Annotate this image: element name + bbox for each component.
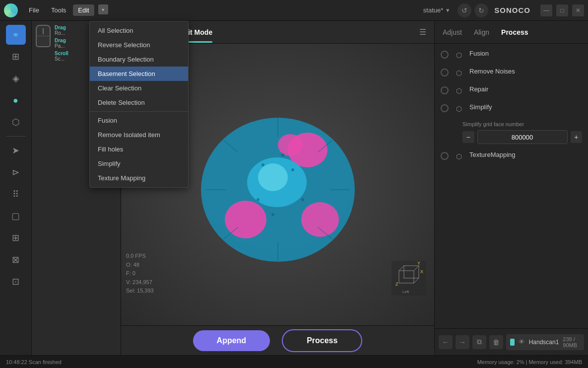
svg-point-6	[258, 163, 288, 191]
sidebar-icon-camera[interactable]: ⊡	[6, 272, 26, 292]
window-controls: — □ ✕	[540, 4, 584, 16]
sidebar-icon-shape[interactable]: ⬡	[6, 112, 26, 132]
brand-label: SONOCO	[494, 6, 530, 14]
repair-radio[interactable]	[441, 86, 449, 94]
layer-copy-btn[interactable]: ⧉	[472, 335, 486, 349]
repair-icon: ⬡	[454, 85, 464, 96]
sidebar-icon-pin[interactable]: ⊳	[6, 162, 26, 182]
menu-reverse-selection[interactable]: Reverse Selection	[90, 38, 188, 52]
3d-object	[194, 100, 362, 269]
layer-item[interactable]: 👁 Handscan1 239 / 90MB	[506, 334, 584, 350]
menu-fill-holes[interactable]: Fill holes	[90, 142, 188, 156]
process-repair: ⬡ Repair	[441, 85, 582, 96]
coordinate-gizmo: Y X Z Left	[392, 261, 426, 295]
maximize-btn[interactable]: □	[556, 4, 568, 16]
menu-tools[interactable]: Tools	[46, 4, 71, 16]
objects-stat: O: 48	[126, 261, 154, 270]
tab-settings-icon[interactable]: ☰	[419, 27, 426, 37]
tab-align[interactable]: Align	[474, 22, 489, 42]
tab-process[interactable]: Process	[501, 22, 528, 42]
menu-edit[interactable]: Edit	[73, 4, 94, 16]
simplify-label: Simplify	[469, 103, 582, 111]
status-right: Memory usage: 2% | Memory used: 394MB	[477, 359, 582, 365]
minimize-btn[interactable]: —	[540, 4, 552, 16]
app-logo	[4, 3, 18, 17]
sidebar-icon-link[interactable]: ⚭	[6, 25, 26, 45]
fusion-radio[interactable]	[441, 51, 449, 59]
layer-name-label: Handscan1	[529, 339, 559, 346]
right-panel: Adjust Align Process ⬡ Fusion ⬡ Remove N…	[434, 21, 588, 355]
status-left: 10:48:22 Scan finished	[6, 359, 62, 365]
sidebar-icon-dots[interactable]: ⠿	[6, 184, 26, 204]
menu-simplify[interactable]: Simplify	[90, 156, 188, 171]
simplify-controls: − +	[462, 130, 582, 144]
layer-forward-btn[interactable]: →	[456, 335, 469, 349]
simplify-plus-btn[interactable]: +	[571, 131, 583, 143]
layer-back-btn[interactable]: ←	[439, 335, 453, 349]
statusbar: 10:48:22 Scan finished Memory usage: 2% …	[0, 355, 588, 368]
simplify-value-input[interactable]	[477, 130, 568, 144]
process-remove-noises: ⬡ Remove Noises	[441, 68, 582, 78]
sidebar-divider	[6, 136, 26, 137]
tab-adjust[interactable]: Adjust	[443, 22, 462, 42]
close-btn[interactable]: ✕	[572, 4, 584, 16]
svg-text:X: X	[420, 269, 423, 274]
menu-texture-mapping[interactable]: Texture Mapping	[90, 171, 188, 185]
menu-file[interactable]: File	[24, 4, 44, 16]
left-sidebar: ⚭ ⊞ ◈ ● ⬡ ➤ ⊳ ⠿ ▢ ⊞ ⊠ ⊡	[0, 21, 32, 355]
right-tabs: Adjust Align Process	[435, 21, 588, 44]
remove-noises-radio[interactable]	[441, 69, 449, 76]
selected-stat: Sel: 15,393	[126, 287, 154, 295]
texture-mapping-icon: ⬡	[454, 151, 464, 162]
repair-label: Repair	[469, 85, 488, 93]
menu-extra[interactable]: ▾	[98, 4, 108, 14]
svg-point-9	[257, 198, 260, 201]
titlebar-menu: File Tools Edit ▾	[24, 4, 108, 16]
layer-trash-btn[interactable]: 🗑	[489, 335, 503, 349]
layer-eye-icon[interactable]: 👁	[519, 338, 525, 346]
svg-point-2	[278, 134, 303, 156]
svg-point-12	[281, 153, 284, 156]
layer-panel: ← → ⧉ 🗑 👁 Handscan1 239 / 90MB	[435, 328, 588, 355]
fusion-label: Fusion	[469, 50, 489, 57]
sidebar-icon-grid2[interactable]: ⊠	[6, 250, 26, 270]
append-button[interactable]: Append	[193, 330, 270, 351]
menu-fusion[interactable]: Fusion	[90, 113, 188, 128]
sidebar-icon-plus-square[interactable]: ⊞	[6, 228, 26, 248]
menu-remove-isolated-item[interactable]: Remove Isolated item	[90, 128, 188, 142]
process-button[interactable]: Process	[282, 329, 362, 352]
sidebar-icon-select[interactable]: ⊞	[6, 47, 26, 67]
svg-point-10	[301, 198, 304, 201]
menu-clear-selection[interactable]: Clear Selection	[90, 81, 188, 95]
titlebar: File Tools Edit ▾ statue* ▾ ↺ ↻ SONOCO —…	[0, 0, 588, 21]
refresh-btn[interactable]: ↻	[474, 3, 488, 17]
process-texture-mapping: ⬡ TextureMapping	[441, 151, 582, 162]
simplify-radio[interactable]	[441, 104, 449, 112]
bottom-buttons: Append Process	[121, 325, 434, 355]
sidebar-icon-square[interactable]: ▢	[6, 206, 26, 226]
sidebar-icon-cube[interactable]: ◈	[6, 69, 26, 88]
layer-info-label: 239 / 90MB	[563, 336, 580, 348]
main-area: ⚭ ⊞ ◈ ● ⬡ ➤ ⊳ ⠿ ▢ ⊞ ⊠ ⊡ Drag Ro...	[0, 21, 588, 355]
texture-mapping-radio[interactable]	[441, 152, 449, 160]
mouse-graphic	[36, 25, 51, 47]
svg-text:Z: Z	[395, 282, 398, 287]
layer-color-indicator	[510, 339, 515, 346]
edit-dropdown-menu: All Selection Reverse Selection Boundary…	[89, 21, 189, 188]
menu-boundary-selection[interactable]: Boundary Selection	[90, 52, 188, 67]
sidebar-icon-sphere[interactable]: ●	[6, 90, 26, 110]
menu-all-selection[interactable]: All Selection	[90, 23, 188, 38]
svg-text:Y: Y	[417, 261, 420, 266]
menu-basement-selection[interactable]: Basement Selection	[90, 67, 188, 81]
filename-display: statue* ▾	[423, 6, 450, 14]
sidebar-icon-arrow[interactable]: ➤	[6, 141, 26, 160]
simplify-grid-label: Simplify grid face number	[462, 121, 582, 127]
fusion-icon: ⬡	[454, 50, 464, 61]
menu-delete-selection[interactable]: Delete Selection	[90, 95, 188, 110]
dropdown-separator-1	[90, 111, 188, 112]
svg-point-7	[261, 163, 264, 166]
simplify-minus-btn[interactable]: −	[462, 131, 474, 143]
sync-btn[interactable]: ↺	[457, 3, 471, 17]
faces-stat: F: 0	[126, 269, 154, 278]
filename-chevron: ▾	[446, 6, 450, 14]
